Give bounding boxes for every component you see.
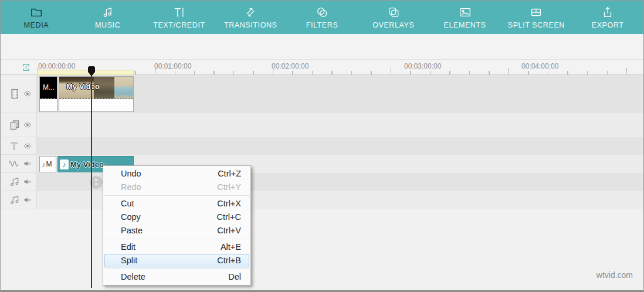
- video-editor-window: MEDIA MUSIC TEXT/CREDIT TRANSITIONS FILT…: [0, 0, 644, 292]
- menu-item-paste[interactable]: Paste Ctrl+V: [103, 224, 250, 237]
- tab-media[interactable]: MEDIA: [1, 1, 72, 34]
- menu-item-shortcut: Alt+E: [221, 240, 241, 254]
- text-track-row: [1, 137, 643, 155]
- overlapping-squares-icon: [387, 6, 400, 19]
- film-strip-icon: [9, 87, 21, 100]
- export-arrow-icon: [601, 6, 614, 19]
- tab-filters[interactable]: FILTERS: [286, 1, 358, 34]
- eye-icon[interactable]: [23, 121, 32, 129]
- music-note-icon: [101, 6, 114, 19]
- timeline-ruler[interactable]: 00:00:00:00 00:01:00:00 00:02:00:00 00:0…: [1, 59, 643, 75]
- menu-item-edit[interactable]: Edit Alt+E: [103, 240, 250, 254]
- pip-track-header: [1, 113, 37, 137]
- menu-item-shortcut: Ctrl+Y: [217, 181, 241, 194]
- pip-track-row: [1, 113, 643, 137]
- menu-item-label: Redo: [121, 181, 141, 194]
- tab-label: TRANSITIONS: [224, 21, 277, 29]
- video-track-header: [1, 75, 37, 113]
- clip-label: M: [46, 160, 52, 168]
- menu-item-shortcut: Ctrl+C: [217, 210, 242, 224]
- menu-item-shortcut: Ctrl+B: [217, 254, 241, 267]
- audio-clip-1[interactable]: ♪ M: [39, 156, 56, 172]
- speaker-icon[interactable]: [23, 196, 32, 204]
- overlapping-circles-icon: [316, 6, 328, 19]
- music-note-icon: ♪: [60, 159, 69, 169]
- tab-text-credit[interactable]: TEXT/CREDIT: [144, 1, 215, 34]
- tab-label: OVERLAYS: [372, 21, 414, 29]
- tab-label: MEDIA: [24, 21, 49, 29]
- main-tab-bar: MEDIA MUSIC TEXT/CREDIT TRANSITIONS FILT…: [1, 1, 643, 34]
- tab-elements[interactable]: ELEMENTS: [429, 1, 501, 34]
- music-notes-icon: [9, 176, 21, 188]
- video-clip-audio-strip: [59, 99, 133, 111]
- tab-transitions[interactable]: TRANSITIONS: [215, 1, 286, 34]
- menu-item-split[interactable]: Split Ctrl+B: [104, 254, 249, 267]
- menu-item-redo[interactable]: Redo Ctrl+Y: [103, 181, 250, 194]
- clip-label: My Video: [70, 160, 104, 169]
- music-track-1-header: [1, 173, 37, 191]
- tab-label: EXPORT: [592, 21, 624, 29]
- text-track-header: [1, 137, 37, 155]
- menu-item-delete[interactable]: Delete Del: [103, 270, 250, 284]
- watermark: wtvid.com: [596, 270, 633, 280]
- tab-export[interactable]: EXPORT: [572, 1, 643, 34]
- folder-icon: [30, 6, 43, 19]
- tab-label: MUSIC: [95, 21, 120, 29]
- menu-item-shortcut: Del: [228, 270, 241, 284]
- music-note-icon: ♪: [42, 160, 46, 169]
- speaker-icon[interactable]: [23, 159, 32, 168]
- speaker-icon[interactable]: [23, 178, 32, 186]
- tab-split-screen[interactable]: SPLIT SCREEN: [500, 1, 572, 34]
- stacked-frames-icon: [9, 119, 21, 131]
- video-clip-1[interactable]: M...: [39, 76, 57, 112]
- tab-label: SPLIT SCREEN: [508, 21, 565, 29]
- menu-item-label: Edit: [121, 240, 135, 254]
- menu-item-copy[interactable]: Copy Ctrl+C: [103, 210, 250, 224]
- menu-item-cut[interactable]: Cut Ctrl+X: [103, 197, 250, 210]
- tab-overlays[interactable]: OVERLAYS: [358, 1, 429, 34]
- menu-item-undo[interactable]: Undo Ctrl+Z: [103, 167, 250, 181]
- crossing-arrows-icon: [244, 6, 257, 19]
- eye-icon[interactable]: [23, 90, 32, 98]
- menu-separator: [104, 195, 250, 196]
- tab-label: TEXT/CREDIT: [153, 21, 205, 29]
- text-cursor-icon: [172, 6, 185, 19]
- thumbnail-frame: [114, 77, 133, 99]
- context-menu: Undo Ctrl+Z Redo Ctrl+Y Cut Ctrl+X Copy …: [103, 165, 251, 286]
- playhead-line[interactable]: [91, 71, 92, 288]
- menu-item-label: Cut: [121, 197, 134, 210]
- menu-item-label: Undo: [121, 167, 141, 181]
- menu-item-shortcut: Ctrl+V: [217, 224, 241, 237]
- menu-separator: [104, 269, 250, 269]
- clip-duration-highlight: [37, 70, 134, 75]
- picture-icon: [459, 6, 472, 19]
- menu-item-label: Copy: [121, 210, 141, 224]
- video-clip-audio-strip: [40, 99, 57, 111]
- menu-item-shortcut: Ctrl+Z: [218, 167, 241, 181]
- menu-item-shortcut: Ctrl+X: [217, 197, 241, 210]
- music-track-2-header: [1, 191, 37, 209]
- menu-item-label: Paste: [121, 224, 143, 237]
- voice-track-header: [1, 155, 37, 173]
- menu-item-label: Split: [121, 254, 137, 267]
- tab-label: ELEMENTS: [443, 21, 486, 29]
- zoom-to-fit-icon[interactable]: [22, 63, 30, 74]
- menu-item-label: Delete: [121, 270, 145, 284]
- clip-label: My Video: [66, 82, 100, 91]
- eye-icon[interactable]: [23, 142, 32, 150]
- clip-label: M...: [43, 83, 55, 91]
- text-track-icon: [9, 141, 19, 151]
- timeline-empty-area: [1, 209, 643, 290]
- video-clip-2[interactable]: My Video: [59, 76, 134, 112]
- waveform-icon: [6, 158, 21, 169]
- split-rectangle-icon: [530, 6, 543, 19]
- music-track-2-row: [1, 191, 643, 209]
- menu-separator: [104, 239, 250, 239]
- music-notes-icon: [9, 194, 21, 206]
- tab-label: FILTERS: [306, 21, 338, 29]
- tab-music[interactable]: MUSIC: [72, 1, 144, 34]
- timeline-toolbar: [1, 34, 643, 59]
